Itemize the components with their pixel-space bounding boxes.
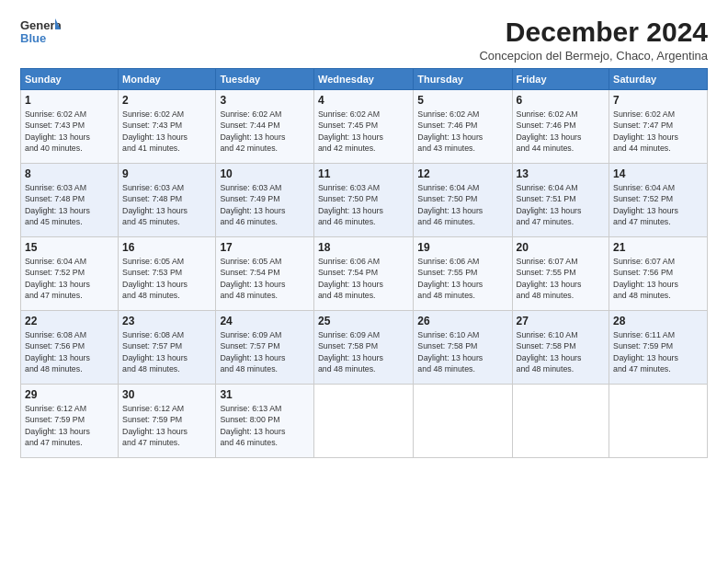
day-info: Sunrise: 6:04 AM Sunset: 7:52 PM Dayligh…	[613, 183, 678, 226]
day-info: Sunrise: 6:10 AM Sunset: 7:58 PM Dayligh…	[417, 330, 483, 373]
calendar-cell: 10Sunrise: 6:03 AM Sunset: 7:49 PM Dayli…	[216, 164, 314, 237]
day-info: Sunrise: 6:09 AM Sunset: 7:58 PM Dayligh…	[318, 330, 383, 373]
calendar-cell: 16Sunrise: 6:05 AM Sunset: 7:53 PM Dayli…	[119, 237, 216, 311]
calendar-cell: 17Sunrise: 6:05 AM Sunset: 7:54 PM Dayli…	[216, 237, 314, 311]
day-number: 2	[122, 94, 211, 107]
day-number: 9	[122, 167, 211, 180]
calendar-cell: 12Sunrise: 6:04 AM Sunset: 7:50 PM Dayli…	[414, 164, 512, 237]
svg-text:Blue: Blue	[20, 31, 46, 45]
day-number: 14	[613, 167, 703, 180]
day-info: Sunrise: 6:12 AM Sunset: 7:59 PM Dayligh…	[122, 404, 188, 447]
day-info: Sunrise: 6:06 AM Sunset: 7:55 PM Dayligh…	[417, 257, 483, 300]
day-number: 19	[417, 241, 507, 254]
day-info: Sunrise: 6:03 AM Sunset: 7:48 PM Dayligh…	[122, 183, 188, 226]
calendar-cell: 5Sunrise: 6:02 AM Sunset: 7:46 PM Daylig…	[414, 90, 512, 164]
calendar-cell: 27Sunrise: 6:10 AM Sunset: 7:58 PM Dayli…	[512, 311, 609, 385]
col-header-saturday: Saturday	[609, 69, 708, 90]
day-number: 3	[220, 94, 310, 107]
day-info: Sunrise: 6:02 AM Sunset: 7:44 PM Dayligh…	[220, 109, 285, 153]
calendar-cell	[313, 385, 413, 458]
calendar-cell	[512, 385, 609, 458]
calendar-week-row: 29Sunrise: 6:12 AM Sunset: 7:59 PM Dayli…	[21, 385, 708, 458]
day-info: Sunrise: 6:13 AM Sunset: 8:00 PM Dayligh…	[220, 404, 285, 447]
day-info: Sunrise: 6:03 AM Sunset: 7:48 PM Dayligh…	[25, 183, 90, 226]
day-info: Sunrise: 6:04 AM Sunset: 7:52 PM Dayligh…	[25, 257, 90, 300]
day-info: Sunrise: 6:02 AM Sunset: 7:43 PM Dayligh…	[122, 109, 188, 153]
calendar-cell: 1Sunrise: 6:02 AM Sunset: 7:43 PM Daylig…	[21, 90, 119, 164]
day-number: 8	[25, 167, 114, 180]
calendar-header-row: SundayMondayTuesdayWednesdayThursdayFrid…	[21, 69, 708, 90]
day-info: Sunrise: 6:04 AM Sunset: 7:51 PM Dayligh…	[517, 183, 582, 226]
calendar-cell: 29Sunrise: 6:12 AM Sunset: 7:59 PM Dayli…	[21, 385, 119, 458]
calendar-cell: 26Sunrise: 6:10 AM Sunset: 7:58 PM Dayli…	[414, 311, 512, 385]
day-info: Sunrise: 6:12 AM Sunset: 7:59 PM Dayligh…	[25, 404, 90, 447]
day-number: 30	[122, 388, 211, 401]
day-number: 11	[318, 167, 409, 180]
subtitle: Concepcion del Bermejo, Chaco, Argentina	[479, 49, 708, 63]
calendar-cell: 25Sunrise: 6:09 AM Sunset: 7:58 PM Dayli…	[313, 311, 413, 385]
day-info: Sunrise: 6:02 AM Sunset: 7:43 PM Dayligh…	[25, 109, 90, 153]
day-number: 17	[220, 241, 310, 254]
day-info: Sunrise: 6:07 AM Sunset: 7:55 PM Dayligh…	[517, 257, 582, 300]
calendar-week-row: 1Sunrise: 6:02 AM Sunset: 7:43 PM Daylig…	[21, 90, 708, 164]
calendar-cell: 8Sunrise: 6:03 AM Sunset: 7:48 PM Daylig…	[21, 164, 119, 237]
calendar-cell: 23Sunrise: 6:08 AM Sunset: 7:57 PM Dayli…	[119, 311, 216, 385]
day-info: Sunrise: 6:08 AM Sunset: 7:57 PM Dayligh…	[122, 330, 188, 373]
calendar-cell: 30Sunrise: 6:12 AM Sunset: 7:59 PM Dayli…	[119, 385, 216, 458]
calendar-week-row: 8Sunrise: 6:03 AM Sunset: 7:48 PM Daylig…	[21, 164, 708, 237]
col-header-sunday: Sunday	[21, 69, 119, 90]
day-info: Sunrise: 6:07 AM Sunset: 7:56 PM Dayligh…	[613, 257, 678, 300]
day-info: Sunrise: 6:03 AM Sunset: 7:49 PM Dayligh…	[220, 183, 285, 226]
day-info: Sunrise: 6:08 AM Sunset: 7:56 PM Dayligh…	[25, 330, 90, 373]
day-info: Sunrise: 6:04 AM Sunset: 7:50 PM Dayligh…	[417, 183, 483, 226]
day-number: 22	[25, 315, 114, 327]
title-block: December 2024 Concepcion del Bermejo, Ch…	[479, 17, 708, 63]
calendar-cell: 3Sunrise: 6:02 AM Sunset: 7:44 PM Daylig…	[216, 90, 314, 164]
calendar-cell: 22Sunrise: 6:08 AM Sunset: 7:56 PM Dayli…	[21, 311, 119, 385]
calendar-cell: 21Sunrise: 6:07 AM Sunset: 7:56 PM Dayli…	[609, 237, 708, 311]
calendar-cell: 6Sunrise: 6:02 AM Sunset: 7:46 PM Daylig…	[512, 90, 609, 164]
day-number: 1	[25, 94, 114, 107]
calendar-cell	[414, 385, 512, 458]
svg-text:General: General	[20, 18, 61, 32]
calendar-cell: 18Sunrise: 6:06 AM Sunset: 7:54 PM Dayli…	[313, 237, 413, 311]
calendar-page: General Blue December 2024 Concepcion de…	[0, 0, 728, 563]
calendar-week-row: 22Sunrise: 6:08 AM Sunset: 7:56 PM Dayli…	[21, 311, 708, 385]
day-number: 31	[220, 388, 310, 401]
day-info: Sunrise: 6:09 AM Sunset: 7:57 PM Dayligh…	[220, 330, 285, 373]
calendar-cell: 19Sunrise: 6:06 AM Sunset: 7:55 PM Dayli…	[414, 237, 512, 311]
logo-svg: General Blue	[20, 17, 61, 50]
day-info: Sunrise: 6:02 AM Sunset: 7:46 PM Dayligh…	[517, 109, 582, 153]
col-header-thursday: Thursday	[414, 69, 512, 90]
day-number: 6	[517, 94, 606, 107]
day-number: 4	[318, 94, 409, 107]
calendar-cell: 24Sunrise: 6:09 AM Sunset: 7:57 PM Dayli…	[216, 311, 314, 385]
day-number: 15	[25, 241, 114, 254]
day-number: 20	[517, 241, 606, 254]
calendar-table: SundayMondayTuesdayWednesdayThursdayFrid…	[20, 68, 708, 458]
calendar-cell: 31Sunrise: 6:13 AM Sunset: 8:00 PM Dayli…	[216, 385, 314, 458]
col-header-monday: Monday	[119, 69, 216, 90]
calendar-cell: 4Sunrise: 6:02 AM Sunset: 7:45 PM Daylig…	[313, 90, 413, 164]
calendar-week-row: 15Sunrise: 6:04 AM Sunset: 7:52 PM Dayli…	[21, 237, 708, 311]
day-info: Sunrise: 6:02 AM Sunset: 7:47 PM Dayligh…	[613, 109, 678, 153]
calendar-cell: 13Sunrise: 6:04 AM Sunset: 7:51 PM Dayli…	[512, 164, 609, 237]
day-number: 18	[318, 241, 409, 254]
header: General Blue December 2024 Concepcion de…	[20, 17, 708, 63]
day-number: 7	[613, 94, 703, 107]
main-title: December 2024	[479, 17, 708, 47]
calendar-cell: 2Sunrise: 6:02 AM Sunset: 7:43 PM Daylig…	[119, 90, 216, 164]
calendar-cell: 14Sunrise: 6:04 AM Sunset: 7:52 PM Dayli…	[609, 164, 708, 237]
col-header-wednesday: Wednesday	[313, 69, 413, 90]
day-number: 29	[25, 388, 114, 401]
day-info: Sunrise: 6:03 AM Sunset: 7:50 PM Dayligh…	[318, 183, 383, 226]
day-info: Sunrise: 6:10 AM Sunset: 7:58 PM Dayligh…	[517, 330, 582, 373]
day-number: 26	[417, 315, 507, 327]
col-header-tuesday: Tuesday	[216, 69, 314, 90]
logo: General Blue	[20, 17, 61, 50]
day-number: 5	[417, 94, 507, 107]
calendar-cell: 20Sunrise: 6:07 AM Sunset: 7:55 PM Dayli…	[512, 237, 609, 311]
day-info: Sunrise: 6:02 AM Sunset: 7:45 PM Dayligh…	[318, 109, 383, 153]
day-number: 25	[318, 315, 409, 327]
day-number: 16	[122, 241, 211, 254]
